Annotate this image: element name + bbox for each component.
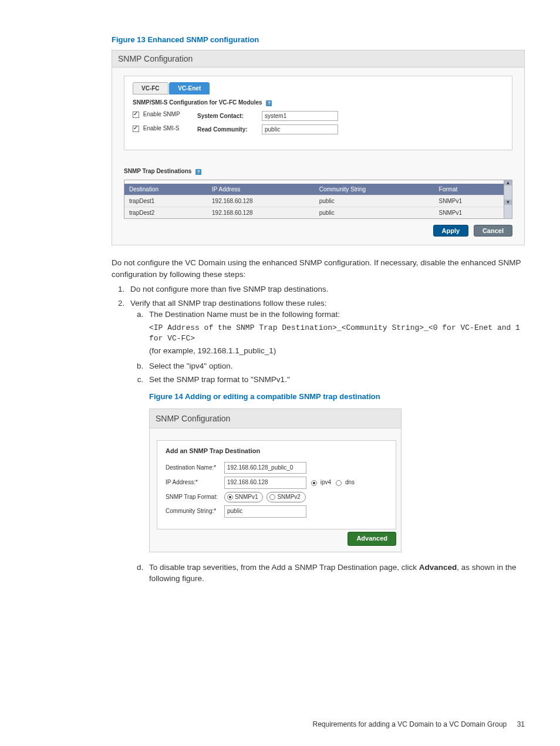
- cell-destination: trapDest2: [124, 207, 207, 219]
- dns-radio[interactable]: [336, 480, 342, 486]
- step-2a: The Destination Name must be in the foll…: [146, 309, 525, 357]
- intro-paragraph: Do not configure the VC Domain using the…: [112, 257, 525, 280]
- col-community: Community String: [315, 184, 434, 195]
- enable-snmp-checkbox[interactable]: [133, 112, 139, 118]
- step-2d-pre: To disable trap severities, from the Add…: [149, 563, 419, 572]
- dns-label: dns: [345, 479, 355, 485]
- page-footer: Requirements for adding a VC Domain to a…: [312, 720, 525, 728]
- step-2c-text: Set the SNMP trap format to "SNMPv1.": [149, 375, 290, 384]
- snmpv1-option[interactable]: SNMPv1: [224, 492, 263, 503]
- figure-14-caption: Figure 14 Adding or editing a compatible…: [149, 391, 525, 403]
- snmp-title: SNMP Configuration: [112, 50, 524, 67]
- ipv4-radio[interactable]: [311, 480, 317, 486]
- step-2a-text: The Destination Name must be in the foll…: [149, 310, 340, 319]
- apply-button[interactable]: Apply: [433, 225, 469, 237]
- step-2-text: Verify that all SNMP trap destinations f…: [130, 299, 326, 308]
- example-note: (for example, 192.168.1.1_public_1): [149, 345, 525, 357]
- step-1: Do not configure more than five SNMP tra…: [127, 283, 525, 295]
- ipv4-label: ipv4: [321, 479, 331, 485]
- snmpv2-label: SNMPv2: [277, 493, 300, 502]
- snmpv2-radio[interactable]: [269, 494, 275, 500]
- dest-name-input[interactable]: 192.168.60.128_public_0: [224, 462, 306, 474]
- ip-address-label: IP Address:*: [166, 478, 224, 487]
- figure-13-screenshot: SNMP Configuration VC-FC VC-Enet SNMP/SM…: [112, 50, 525, 245]
- steps-list: Do not configure more than five SNMP tra…: [112, 283, 525, 585]
- help-icon[interactable]: ?: [266, 100, 272, 106]
- enable-snmp-label: Enable SNMP: [143, 111, 180, 117]
- snmpv1-label: SNMPv1: [235, 493, 258, 502]
- section-title-text: SNMP/SMI-S Configuration for VC-FC Modul…: [133, 99, 262, 106]
- snmpv2-option[interactable]: SNMPv2: [266, 492, 305, 503]
- cell-format: SNMPv1: [434, 207, 504, 219]
- code-block: <IP Address of the SNMP Trap Destination…: [149, 323, 525, 344]
- step-2c: Set the SNMP trap format to "SNMPv1." Fi…: [146, 374, 525, 552]
- cell-ip: 192.168.60.128: [207, 207, 315, 219]
- tab-vcfc[interactable]: VC-FC: [133, 82, 168, 94]
- ip-address-input[interactable]: 192.168.60.128: [224, 477, 306, 489]
- table-row[interactable]: trapDest1 192.168.60.128 public SNMPv1: [124, 195, 504, 207]
- scroll-down-icon[interactable]: ▼: [504, 200, 512, 205]
- trap-destinations-table: Destination IP Address Community String …: [124, 184, 504, 218]
- snmp-title-2: SNMP Configuration: [150, 409, 401, 428]
- add-trap-section-title: Add an SNMP Trap Destination: [166, 447, 387, 456]
- cell-destination: trapDest1: [124, 195, 207, 207]
- trap-format-label: SNMP Trap Format:: [166, 493, 224, 502]
- figure-14-screenshot: SNMP Configuration Add an SNMP Trap Dest…: [149, 409, 402, 552]
- cell-community: public: [315, 195, 434, 207]
- system-contact-label: System Contact:: [197, 113, 262, 119]
- community-string-label: Community String:*: [166, 507, 224, 516]
- footer-text: Requirements for adding a VC Domain to a…: [312, 720, 507, 728]
- table-row[interactable]: trapDest2 192.168.60.128 public SNMPv1: [124, 207, 504, 219]
- page-number: 31: [517, 720, 525, 728]
- col-format: Format: [434, 184, 504, 195]
- enable-smis-checkbox[interactable]: [133, 126, 139, 132]
- trap-section-text: SNMP Trap Destinations: [124, 168, 191, 174]
- step-2d-bold: Advanced: [419, 563, 457, 572]
- system-contact-input[interactable]: system1: [262, 111, 338, 121]
- help-icon[interactable]: ?: [195, 169, 201, 175]
- cell-ip: 192.168.60.128: [207, 195, 315, 207]
- step-2d: To disable trap severities, from the Add…: [146, 562, 525, 585]
- cancel-button[interactable]: Cancel: [474, 225, 512, 237]
- col-ip: IP Address: [207, 184, 315, 195]
- dest-name-label: Destination Name:*: [166, 464, 224, 472]
- cell-format: SNMPv1: [434, 195, 504, 207]
- scroll-up-icon[interactable]: ▲: [504, 180, 512, 185]
- advanced-button[interactable]: Advanced: [348, 532, 396, 546]
- cell-community: public: [315, 207, 434, 219]
- section-title: SNMP/SMI-S Configuration for VC-FC Modul…: [133, 99, 504, 106]
- col-destination: Destination: [124, 184, 207, 195]
- tab-vcenet[interactable]: VC-Enet: [169, 82, 210, 94]
- read-community-label: Read Community:: [197, 126, 262, 133]
- figure-13-caption: Figure 13 Enhanced SNMP configuration: [112, 35, 525, 44]
- enable-smis-label: Enable SMI-S: [143, 125, 180, 131]
- read-community-input[interactable]: public: [262, 124, 338, 134]
- step-2b: Select the "ipv4" option.: [146, 360, 525, 372]
- snmpv1-radio[interactable]: [227, 494, 233, 500]
- step-2: Verify that all SNMP trap destinations f…: [127, 298, 525, 585]
- scrollbar[interactable]: ▲ ▼: [504, 180, 512, 218]
- trap-section-title: SNMP Trap Destinations ?: [124, 168, 512, 175]
- community-string-input[interactable]: public: [224, 505, 306, 518]
